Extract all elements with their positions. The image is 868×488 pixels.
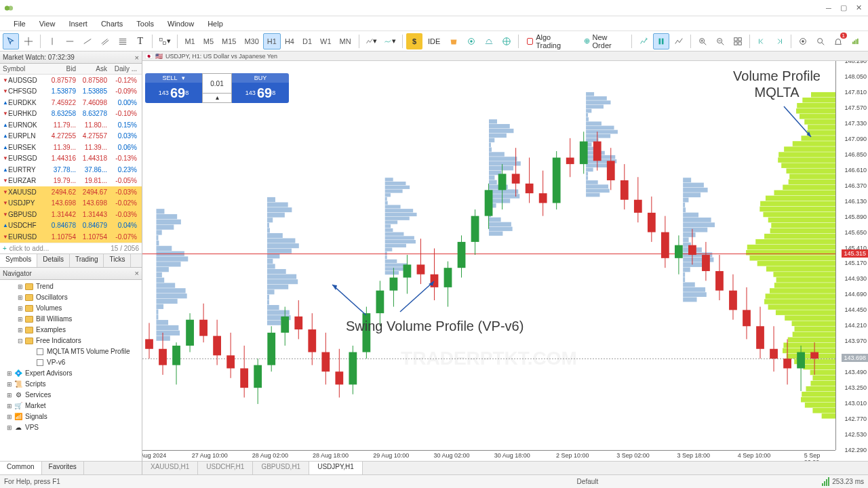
algo-trading-button[interactable]: Algo Trading bbox=[522, 33, 577, 49]
zoom-out-icon[interactable] bbox=[712, 33, 728, 49]
nav-item-volumes[interactable]: ⊞Volumes bbox=[0, 303, 142, 314]
marketwatch-tab-details[interactable]: Details bbox=[37, 254, 70, 267]
timeframe-D1[interactable]: D1 bbox=[298, 33, 316, 49]
tile-icon[interactable] bbox=[730, 33, 746, 49]
menu-insert[interactable]: Insert bbox=[62, 20, 94, 28]
nav-item-trend[interactable]: ⊞Trend bbox=[0, 281, 142, 292]
nav-item-vp-v6[interactable]: VP-v6 bbox=[0, 357, 142, 368]
marketwatch-row-EURNOK[interactable]: ▲ EURNOK 11.79... 11.80... 0.15% bbox=[0, 119, 142, 131]
chart-canvas[interactable]: TRADERPTKT.COM SELL▾ 143698 0.01 ▴ BUY 1… bbox=[142, 61, 868, 461]
nav-item-signals[interactable]: ⊞📶Signals bbox=[0, 411, 142, 422]
trendline-tool[interactable] bbox=[79, 33, 96, 49]
dollar-icon[interactable]: $ bbox=[406, 33, 422, 49]
marketwatch-tab-trading[interactable]: Trading bbox=[70, 254, 104, 267]
autoscroll-icon[interactable] bbox=[635, 33, 652, 49]
nav-item-services[interactable]: ⊞⚙Services bbox=[0, 390, 142, 401]
marketwatch-row-EURTRY[interactable]: ▲ EURTRY 37.78... 37.86... 0.23% bbox=[0, 164, 142, 176]
menu-view[interactable]: View bbox=[33, 20, 62, 28]
marketwatch-row-USDJPY[interactable]: ▼ USDJPY 143.698 143.698 -0.02% bbox=[0, 198, 142, 209]
timeframe-M15[interactable]: M15 bbox=[218, 33, 240, 49]
marketwatch-row-EURSEK[interactable]: ▲ EURSEK 11.39... 11.39... 0.06% bbox=[0, 142, 142, 153]
nav-item-vps[interactable]: ⊞☁VPS bbox=[0, 422, 142, 433]
buy-button[interactable]: BUY 143698 bbox=[232, 73, 289, 103]
marketwatch-row-EURPLN[interactable]: ▲ EURPLN 4.27255 4.27557 0.03% bbox=[0, 131, 142, 142]
fibo-tool[interactable] bbox=[115, 33, 131, 49]
marketwatch-row-EURHKD[interactable]: ▼ EURHKD 8.63258 8.63278 -0.10% bbox=[0, 108, 142, 120]
menu-window[interactable]: Window bbox=[161, 20, 201, 28]
menu-file[interactable]: File bbox=[7, 20, 33, 28]
step-fwd-icon[interactable] bbox=[771, 33, 787, 49]
timeframe-M30[interactable]: M30 bbox=[240, 33, 262, 49]
navigator-close-icon[interactable]: × bbox=[135, 269, 139, 277]
hline-tool[interactable] bbox=[62, 33, 78, 49]
vps-icon[interactable] bbox=[481, 33, 497, 49]
zoom-in-icon[interactable] bbox=[694, 33, 711, 49]
search-icon[interactable] bbox=[812, 33, 829, 49]
marketwatch-row-EURUSD[interactable]: ▼ EURUSD 1.10754 1.10754 -0.07% bbox=[0, 231, 142, 243]
marketwatch-row-USDCHF[interactable]: ▲ USDCHF 0.84678 0.84679 0.04% bbox=[0, 220, 142, 232]
minimize-button[interactable]: ─ bbox=[823, 3, 834, 14]
timeframe-MN[interactable]: MN bbox=[336, 33, 355, 49]
marketwatch-row-EURZAR[interactable]: ▼ EURZAR 19.79... 19.81... -0.05% bbox=[0, 176, 142, 187]
timeframe-H4[interactable]: H4 bbox=[281, 33, 298, 49]
marketwatch-row-AUDSGD[interactable]: ▼ AUDSGD 0.87579 0.87580 -0.12% bbox=[0, 75, 142, 86]
status-ping[interactable]: 253.23 ms bbox=[822, 477, 864, 486]
objects-dropdown[interactable]: ▾ bbox=[156, 33, 174, 49]
volume-indicator-icon[interactable] bbox=[849, 33, 865, 49]
nav-item-scripts[interactable]: ⊞📜Scripts bbox=[0, 379, 142, 390]
nav-item-bill-williams[interactable]: ⊞Bill Williams bbox=[0, 314, 142, 325]
chart-tab-USDJPY-H1[interactable]: USDJPY,H1 bbox=[309, 462, 363, 474]
vline-tool[interactable] bbox=[44, 33, 60, 49]
globe-icon[interactable] bbox=[498, 33, 515, 49]
svg-rect-253 bbox=[267, 333, 275, 365]
marketwatch-row-EURDKK[interactable]: ▲ EURDKK 7.45922 7.46098 0.00% bbox=[0, 97, 142, 108]
indicators-dropdown[interactable]: ▾ bbox=[381, 33, 399, 49]
text-tool[interactable]: T bbox=[132, 33, 149, 49]
nav-item-examples[interactable]: ⊞Examples bbox=[0, 325, 142, 336]
marketwatch-tab-symbols[interactable]: Symbols bbox=[0, 254, 37, 267]
marketwatch-row-XAUUSD[interactable]: ▼ XAUUSD 2494.62 2494.67 -0.03% bbox=[0, 186, 142, 198]
maximize-button[interactable]: ▢ bbox=[838, 3, 849, 14]
template-icon[interactable] bbox=[795, 33, 811, 49]
chart-tab-GBPUSD-H1[interactable]: GBPUSD,H1 bbox=[253, 462, 309, 474]
status-profile[interactable]: Default bbox=[577, 478, 599, 485]
new-order-button[interactable]: ⊕New Order bbox=[579, 33, 629, 49]
menu-charts[interactable]: Charts bbox=[94, 20, 130, 28]
timeframe-H1[interactable]: H1 bbox=[263, 33, 281, 49]
timeframe-M1[interactable]: M1 bbox=[180, 33, 199, 49]
svg-rect-45 bbox=[768, 218, 835, 223]
menu-tools[interactable]: Tools bbox=[130, 20, 161, 28]
nav-item-free-indicators[interactable]: ⊟Free Indicators bbox=[0, 336, 142, 346]
ide-button[interactable]: IDE bbox=[424, 33, 444, 49]
marketwatch-close-icon[interactable]: × bbox=[135, 54, 139, 62]
timeframe-W1[interactable]: W1 bbox=[316, 33, 336, 49]
chart-tab-XAUUSD-H1[interactable]: XAUUSD,H1 bbox=[142, 462, 198, 474]
nav-item-market[interactable]: ⊞🛒Market bbox=[0, 401, 142, 411]
marketwatch-row-EURSGD[interactable]: ▼ EURSGD 1.44316 1.44318 -0.13% bbox=[0, 153, 142, 165]
timeframe-M5[interactable]: M5 bbox=[199, 33, 218, 49]
marketwatch-add[interactable]: click to add... bbox=[9, 245, 49, 252]
chart-tab-USDCHF-H1[interactable]: USDCHF,H1 bbox=[198, 462, 253, 474]
line-chart-icon[interactable] bbox=[671, 33, 687, 49]
navigator-tab-favorites[interactable]: Favorites bbox=[42, 462, 84, 474]
volume-input[interactable]: 0.01 ▴ bbox=[202, 73, 232, 103]
marketwatch-tab-ticks[interactable]: Ticks bbox=[104, 254, 131, 267]
notifications-icon[interactable]: 1 bbox=[830, 33, 846, 49]
nav-item-expert-advisors[interactable]: ⊞💠Expert Advisors bbox=[0, 368, 142, 379]
chart-type-dropdown[interactable]: ▾ bbox=[363, 33, 380, 49]
step-back-icon[interactable] bbox=[753, 33, 770, 49]
cursor-tool[interactable] bbox=[3, 33, 19, 49]
menu-help[interactable]: Help bbox=[201, 20, 230, 28]
navigator-tab-common[interactable]: Common bbox=[0, 462, 42, 474]
shift-icon[interactable] bbox=[653, 33, 669, 49]
close-button[interactable]: ✕ bbox=[853, 3, 864, 14]
nav-item-oscillators[interactable]: ⊞Oscillators bbox=[0, 292, 142, 303]
marketwatch-row-GBPUSD[interactable]: ▼ GBPUSD 1.31442 1.31443 -0.03% bbox=[0, 209, 142, 220]
market-icon[interactable] bbox=[446, 33, 462, 49]
equidistant-tool[interactable] bbox=[97, 33, 113, 49]
sell-button[interactable]: SELL▾ 143698 bbox=[145, 73, 202, 103]
crosshair-tool[interactable] bbox=[20, 33, 37, 49]
marketwatch-row-CHFSGD[interactable]: ▼ CHFSGD 1.53879 1.53885 -0.09% bbox=[0, 86, 142, 98]
signals-icon[interactable] bbox=[463, 33, 479, 49]
nav-item-mqlta-mt5-volume-profile[interactable]: MQLTA MT5 Volume Profile bbox=[0, 346, 142, 357]
